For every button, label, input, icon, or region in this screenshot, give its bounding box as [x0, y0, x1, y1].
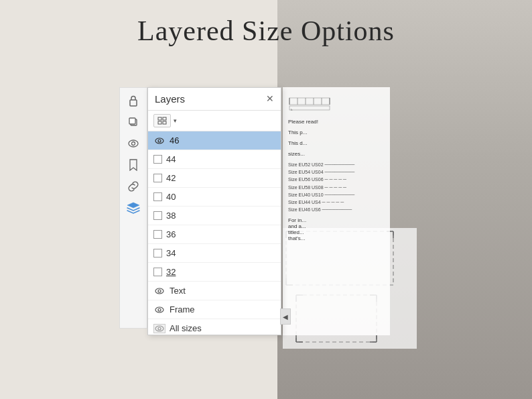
right-panel-description: Please read! This p... This d... sizes..… — [288, 118, 385, 158]
layer-checkbox[interactable] — [153, 211, 162, 220]
layers-toolbar-arrow[interactable]: ▾ — [174, 117, 177, 124]
layer-name: 32 — [166, 267, 176, 277]
svg-text:b: b — [291, 108, 293, 111]
lock-icon[interactable] — [126, 93, 141, 108]
size-item: Size EU40 US10 ───────── — [288, 191, 385, 198]
svg-point-4 — [132, 142, 135, 146]
svg-rect-2 — [129, 118, 135, 124]
layer-name: 36 — [166, 229, 176, 239]
size-item: Size EU58 US08 ─ ─ ─ ─ ─ — [288, 184, 385, 191]
layers-panel: Layers ✕ ▾ 46 44 — [147, 87, 281, 335]
link-icon[interactable] — [126, 179, 141, 194]
ruler-svg: b — [288, 93, 375, 111]
layers-panel-header: Layers ✕ — [148, 88, 281, 111]
layer-item[interactable]: 36 — [148, 225, 281, 244]
svg-point-15 — [155, 326, 163, 331]
layers-toolbar: ▾ — [148, 111, 281, 131]
svg-point-10 — [158, 139, 161, 142]
layer-item[interactable]: 32 — [148, 263, 281, 282]
layers-close-button[interactable]: ✕ — [266, 95, 274, 104]
layer-item[interactable]: 40 — [148, 188, 281, 207]
layer-checkbox[interactable] — [153, 174, 162, 182]
layer-name: 46 — [170, 135, 179, 146]
layer-visibility-icon[interactable] — [153, 286, 165, 296]
svg-point-12 — [158, 290, 161, 292]
layer-item[interactable]: Frame — [148, 300, 281, 319]
svg-point-3 — [129, 140, 138, 147]
layer-name: 38 — [166, 211, 176, 221]
layer-name: 34 — [166, 248, 176, 258]
collapse-panel-button[interactable]: ◀ — [280, 308, 291, 325]
layer-item[interactable]: 34 — [148, 244, 281, 263]
layer-item[interactable]: All sizes — [148, 319, 281, 335]
layer-name: Frame — [170, 304, 195, 315]
svg-point-14 — [158, 308, 161, 311]
layer-item[interactable]: Text — [148, 282, 281, 300]
right-info-panel: b Please read! This p... This d... sizes… — [283, 87, 390, 335]
layer-checkbox[interactable] — [153, 230, 162, 239]
page-title: Layered Size Options — [0, 15, 532, 47]
size-item: Size EU44 US4 ─ ─ ─ ─ ─ — [288, 198, 385, 206]
layer-name: Text — [170, 286, 186, 296]
size-item: Size EU56 US06 ─ ─ ─ ─ ─ — [288, 176, 385, 183]
layer-item[interactable]: 38 — [148, 207, 281, 225]
layer-checkbox[interactable] — [153, 192, 162, 201]
sidebar-panel — [119, 87, 147, 329]
size-item: Size EU52 US02 ───────── — [288, 161, 385, 168]
svg-point-9 — [155, 138, 163, 144]
right-panel-info: For in... and a... titled... that's... — [288, 217, 385, 241]
svg-point-11 — [155, 288, 163, 294]
layer-visibility-icon[interactable] — [153, 324, 165, 333]
svg-rect-24 — [289, 106, 330, 110]
layer-checkbox[interactable] — [153, 155, 162, 164]
copy-icon[interactable] — [126, 115, 141, 129]
layer-name: 42 — [166, 173, 176, 183]
size-item: Size EU46 US6 ───────── — [288, 206, 385, 213]
layers-grid-button[interactable] — [153, 114, 171, 127]
size-item: Size EU54 US04 ───────── — [288, 168, 385, 176]
layer-checkbox[interactable] — [153, 268, 162, 276]
sizes-list: Size EU52 US02 ───────── Size EU54 US04 … — [288, 161, 385, 213]
layer-visibility-icon[interactable] — [153, 136, 165, 146]
layer-item[interactable]: 46 — [148, 131, 281, 150]
svg-rect-7 — [158, 121, 161, 124]
bookmark-icon[interactable] — [126, 158, 141, 172]
svg-rect-0 — [130, 100, 137, 106]
layer-item[interactable]: 44 — [148, 150, 281, 169]
svg-rect-17 — [289, 98, 330, 105]
ruler-area: b — [288, 93, 385, 114]
layer-checkbox[interactable] — [153, 249, 162, 258]
layer-name: All sizes — [170, 323, 202, 333]
svg-rect-5 — [158, 117, 161, 120]
svg-point-16 — [158, 327, 161, 330]
svg-point-13 — [155, 307, 163, 312]
eye-icon[interactable] — [126, 136, 141, 151]
svg-rect-8 — [163, 121, 166, 124]
layers-panel-title: Layers — [155, 93, 185, 105]
layer-visibility-icon[interactable] — [153, 305, 165, 315]
svg-rect-6 — [163, 117, 166, 120]
layers-list: 46 44 42 40 38 36 34 — [148, 131, 281, 335]
layer-item[interactable]: 42 — [148, 169, 281, 188]
layers-sidebar-icon[interactable] — [126, 201, 141, 215]
layer-name: 44 — [166, 154, 176, 164]
layer-name: 40 — [166, 192, 176, 202]
